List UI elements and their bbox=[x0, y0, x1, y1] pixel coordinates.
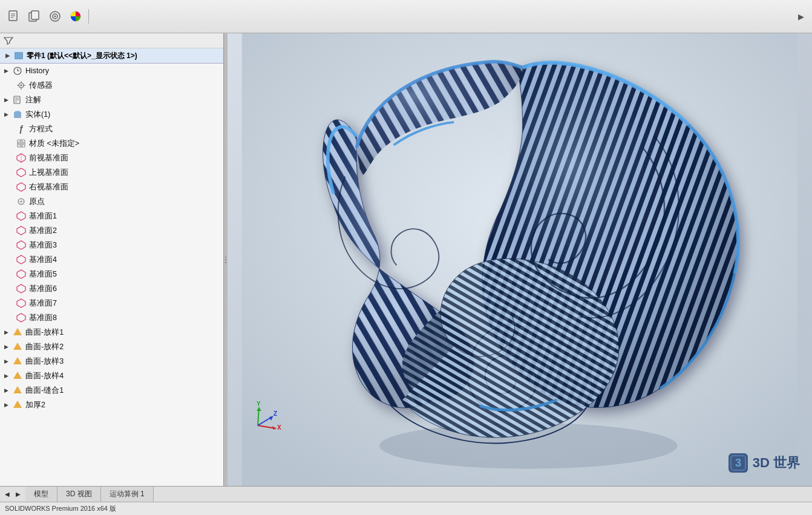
tree-item-front-plane[interactable]: 前视基准面 bbox=[0, 151, 223, 165]
tree-item-thicken[interactable]: ▶ 加厚2 bbox=[0, 398, 223, 412]
thicken-expand[interactable]: ▶ bbox=[2, 401, 10, 408]
svg-marker-38 bbox=[13, 372, 22, 379]
tree-item-surface-sew[interactable]: ▶ 曲面-缝合1 bbox=[0, 383, 223, 398]
thicken-icon bbox=[12, 399, 23, 410]
tree-item-history[interactable]: ▶ History bbox=[0, 64, 223, 78]
main-content: ▶ 零件1 (默认<<默认>_显示状态 1>) ▶ History bbox=[0, 33, 812, 486]
tree-item-surface2[interactable]: ▶ 曲面-放样2 bbox=[0, 340, 223, 354]
svg-text:Y: Y bbox=[257, 401, 261, 407]
surface1-icon bbox=[12, 327, 23, 338]
plane1-icon bbox=[16, 211, 27, 221]
plane5-icon bbox=[16, 269, 27, 280]
solid-label: 实体(1) bbox=[25, 108, 220, 120]
tab-next-btn[interactable]: ▶ bbox=[13, 490, 23, 499]
tab-prev-btn[interactable]: ◀ bbox=[2, 490, 12, 499]
axis-indicator: X Y Z bbox=[246, 401, 282, 438]
right-plane-icon bbox=[16, 182, 27, 192]
surface2-expand[interactable]: ▶ bbox=[2, 343, 10, 350]
surface4-expand[interactable]: ▶ bbox=[2, 372, 10, 379]
svg-marker-39 bbox=[13, 386, 22, 393]
surface1-expand[interactable]: ▶ bbox=[2, 329, 10, 336]
filter-bar bbox=[0, 33, 223, 48]
tree-item-right-plane[interactable]: 右视基准面 bbox=[0, 180, 223, 194]
formula-label: 方程式 bbox=[29, 123, 220, 135]
top-plane-icon bbox=[16, 167, 27, 178]
surface3-icon bbox=[12, 356, 23, 367]
plane7-label: 基准面7 bbox=[29, 297, 220, 309]
tab-nav-arrows: ◀ ▶ bbox=[0, 487, 25, 502]
surface-sew-expand[interactable]: ▶ bbox=[2, 387, 10, 394]
note-expand-arrow[interactable]: ▶ bbox=[2, 96, 10, 103]
right-plane-label: 右视基准面 bbox=[29, 181, 220, 193]
status-bar: SOLIDWORKS Premium 2016 x64 版 bbox=[0, 502, 812, 515]
tree-item-plane2[interactable]: 基准面2 bbox=[0, 223, 223, 238]
tree-item-surface1[interactable]: ▶ 曲面-放样1 bbox=[0, 325, 223, 340]
tree-item-plane5[interactable]: 基准面5 bbox=[0, 267, 223, 281]
tree-item-formula[interactable]: ƒ 方程式 bbox=[0, 122, 223, 136]
front-plane-icon bbox=[16, 153, 27, 163]
sensor-icon bbox=[16, 80, 27, 91]
svg-marker-35 bbox=[13, 328, 22, 335]
tab-3dview[interactable]: 3D 视图 bbox=[57, 487, 101, 502]
material-label: 材质 <未指定> bbox=[29, 137, 220, 149]
plane5-label: 基准面5 bbox=[29, 268, 220, 280]
tree-item-surface3[interactable]: ▶ 曲面-放样3 bbox=[0, 354, 223, 369]
material-icon bbox=[16, 138, 27, 149]
tab-motion[interactable]: 运动算例 1 bbox=[101, 487, 154, 502]
svg-text:X: X bbox=[277, 424, 281, 431]
tree-item-plane3[interactable]: 基准面3 bbox=[0, 238, 223, 252]
target-icon[interactable] bbox=[46, 7, 64, 25]
svg-marker-37 bbox=[13, 357, 22, 364]
surface1-label: 曲面-放样1 bbox=[25, 326, 220, 338]
thicken-label: 加厚2 bbox=[25, 399, 220, 411]
toolbar-separator bbox=[88, 9, 89, 24]
plane7-icon bbox=[16, 298, 27, 309]
tree-item-material[interactable]: 材质 <未指定> bbox=[0, 136, 223, 151]
plane1-label: 基准面1 bbox=[29, 210, 220, 222]
solid-expand-arrow[interactable]: ▶ bbox=[2, 111, 10, 118]
plane2-label: 基准面2 bbox=[29, 225, 220, 237]
tree-item-origin[interactable]: 原点 bbox=[0, 194, 223, 209]
tree-item-surface4[interactable]: ▶ 曲面-放样4 bbox=[0, 369, 223, 383]
tree-item-plane1[interactable]: 基准面1 bbox=[0, 209, 223, 223]
plane6-icon bbox=[16, 283, 27, 294]
root-expand-arrow[interactable]: ▶ bbox=[4, 52, 11, 59]
root-part-item[interactable]: ▶ 零件1 (默认<<默认>_显示状态 1>) bbox=[0, 48, 223, 64]
svg-point-30 bbox=[21, 201, 22, 203]
feature-tree: ▶ History bbox=[0, 64, 223, 486]
tree-item-top-plane[interactable]: 上视基准面 bbox=[0, 165, 223, 180]
svg-marker-54 bbox=[257, 407, 261, 411]
tree-item-plane7[interactable]: 基准面7 bbox=[0, 296, 223, 310]
plane2-icon bbox=[16, 225, 27, 236]
filter-icon bbox=[4, 36, 13, 45]
plane4-label: 基准面4 bbox=[29, 254, 220, 266]
tab-model[interactable]: 模型 bbox=[25, 487, 57, 502]
svg-point-8 bbox=[54, 16, 56, 18]
note-icon bbox=[12, 94, 23, 105]
3d-model-svg bbox=[228, 33, 812, 486]
copy-icon[interactable] bbox=[25, 7, 44, 25]
svg-text:3: 3 bbox=[735, 457, 741, 469]
tree-item-solid[interactable]: ▶ 实体(1) bbox=[0, 107, 223, 122]
tree-item-plane4[interactable]: 基准面4 bbox=[0, 252, 223, 267]
history-expand-arrow[interactable]: ▶ bbox=[2, 67, 10, 74]
watermark-text: 3D 世界 bbox=[753, 454, 800, 472]
tree-item-plane8[interactable]: 基准面8 bbox=[0, 310, 223, 325]
toolbar-expand-arrow[interactable]: ▶ bbox=[795, 10, 807, 22]
color-wheel-icon[interactable] bbox=[67, 7, 85, 25]
3d-viewport[interactable]: X Y Z 3 3D 世界 bbox=[228, 33, 812, 486]
front-plane-label: 前视基准面 bbox=[29, 152, 220, 164]
formula-icon: ƒ bbox=[16, 123, 27, 134]
tree-item-sensor[interactable]: 传感器 bbox=[0, 78, 223, 93]
feature-tree-sidebar: ▶ 零件1 (默认<<默认>_显示状态 1>) ▶ History bbox=[0, 33, 224, 486]
surface3-expand[interactable]: ▶ bbox=[2, 358, 10, 365]
new-icon[interactable] bbox=[5, 7, 23, 25]
top-plane-label: 上视基准面 bbox=[29, 166, 220, 179]
part-icon bbox=[13, 50, 24, 61]
svg-rect-26 bbox=[15, 111, 20, 113]
tree-item-plane6[interactable]: 基准面6 bbox=[0, 281, 223, 296]
note-label: 注解 bbox=[25, 94, 220, 106]
plane3-label: 基准面3 bbox=[29, 239, 220, 251]
tree-item-note[interactable]: ▶ 注解 bbox=[0, 93, 223, 107]
origin-label: 原点 bbox=[29, 195, 220, 208]
